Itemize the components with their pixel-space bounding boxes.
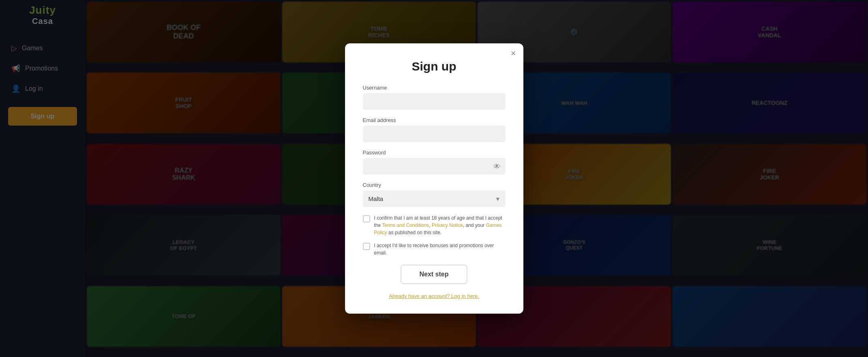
username-label: Username: [363, 85, 506, 91]
username-group: Username: [363, 85, 506, 110]
email-input[interactable]: [363, 126, 506, 142]
promotions-checkbox-label: I accept I'd like to receive bonuses and…: [374, 242, 506, 257]
password-label: Password: [363, 150, 506, 156]
email-label: Email address: [363, 117, 506, 123]
email-group: Email address: [363, 117, 506, 142]
modal-title: Sign up: [363, 60, 506, 73]
password-wrapper: 👁: [363, 158, 506, 175]
promotions-checkbox[interactable]: [363, 243, 370, 250]
country-select-wrapper: Malta United Kingdom Germany France Swed…: [363, 190, 506, 207]
privacy-notice-link[interactable]: Privacy Notice: [432, 222, 463, 228]
promotions-checkbox-group: I accept I'd like to receive bonuses and…: [363, 242, 506, 257]
signup-modal: × Sign up Username Email address Passwor…: [345, 43, 523, 314]
country-group: Country Malta United Kingdom Germany Fra…: [363, 182, 506, 207]
country-label: Country: [363, 182, 506, 188]
password-input[interactable]: [363, 158, 506, 175]
username-input[interactable]: [363, 93, 506, 110]
terms-checkbox[interactable]: [363, 215, 370, 222]
toggle-password-button[interactable]: 👁: [493, 162, 501, 171]
country-select[interactable]: Malta United Kingdom Germany France Swed…: [363, 190, 506, 207]
terms-conditions-link[interactable]: Terms and Conditions: [382, 222, 429, 228]
terms-checkbox-label: I confirm that I am at least 18 years of…: [374, 214, 506, 236]
login-link[interactable]: Already have an account? Log in here.: [363, 293, 506, 299]
password-group: Password 👁: [363, 150, 506, 175]
modal-close-button[interactable]: ×: [511, 49, 516, 58]
modal-overlay: × Sign up Username Email address Passwor…: [0, 0, 868, 357]
terms-checkbox-group: I confirm that I am at least 18 years of…: [363, 214, 506, 236]
next-step-button[interactable]: Next step: [401, 265, 467, 284]
